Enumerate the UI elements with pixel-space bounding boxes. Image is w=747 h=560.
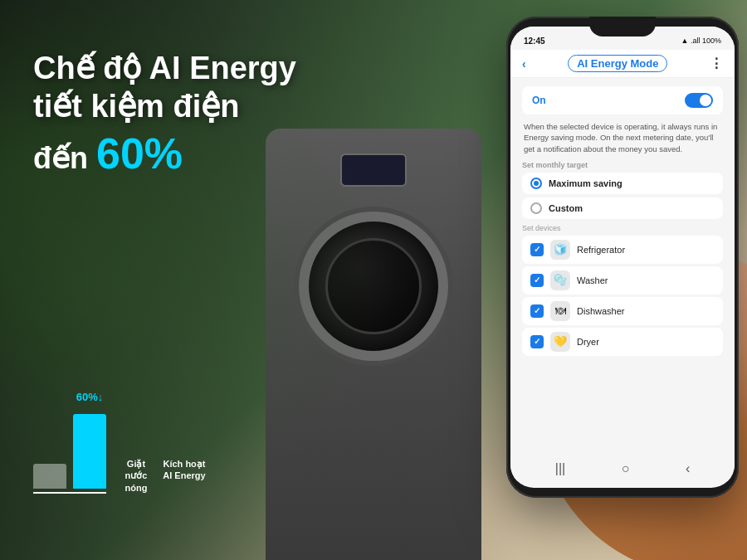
washer-door xyxy=(299,212,448,361)
app-body: On When the selected device is operating… xyxy=(510,78,735,367)
bar-active: 60%↓ xyxy=(73,414,106,489)
option-custom[interactable]: Custom xyxy=(522,197,723,219)
saving-line: đến 60% xyxy=(33,129,296,178)
check-refrigerator xyxy=(530,243,544,256)
label-washer: Washer xyxy=(577,275,608,285)
hero-text: Chế độ AI Energy tiết kiệm điện đến 60% xyxy=(33,50,296,178)
check-dryer xyxy=(530,335,544,348)
menu-button[interactable]: ⋮ xyxy=(710,56,723,71)
radio-custom xyxy=(530,202,542,214)
title-line2: tiết kiệm điện xyxy=(33,88,296,126)
phone-nav-bar: ||| ○ ‹ xyxy=(510,456,735,481)
nav-home-icon[interactable]: ○ xyxy=(622,461,630,476)
device-dryer[interactable]: 💛 Dryer xyxy=(522,328,723,356)
radio-max-saving xyxy=(530,178,542,189)
toggle-row: On xyxy=(522,86,723,114)
phone-device: 12:45 ▲ .all 100% ‹ AI Energy Mode ⋮ On … xyxy=(506,17,739,498)
device-dishwasher[interactable]: 🍽 Dishwasher xyxy=(522,297,723,325)
device-refrigerator[interactable]: 🧊 Refrigerator xyxy=(522,236,723,264)
monthly-target-label: Set monthly target xyxy=(522,161,723,169)
bar-normal xyxy=(33,464,66,489)
bar-chart: 60%↓ Giặt nước nóng Kích hoạt AI Energy xyxy=(33,394,206,494)
toggle-label: On xyxy=(532,95,546,106)
washing-machine xyxy=(266,129,481,560)
toggle-switch[interactable] xyxy=(685,93,713,108)
devices-section-label: Set devices xyxy=(522,224,723,232)
bar-label-top: 60%↓ xyxy=(76,391,104,403)
chart-bars: 60%↓ xyxy=(33,394,106,494)
label-refrigerator: Refrigerator xyxy=(577,245,625,255)
nav-back-icon[interactable]: ‹ xyxy=(686,461,690,476)
phone-screen: 12:45 ▲ .all 100% ‹ AI Energy Mode ⋮ On … xyxy=(510,27,735,488)
icon-washer: 🫧 xyxy=(550,270,570,290)
phone-notch xyxy=(589,17,656,37)
check-washer xyxy=(530,274,544,287)
chart-label-2: Kích hoạt AI Energy xyxy=(163,458,206,494)
icon-dryer: 💛 xyxy=(550,332,570,352)
option-max-saving[interactable]: Maximum saving xyxy=(522,173,723,194)
app-header: ‹ AI Energy Mode ⋮ xyxy=(510,50,735,78)
label-dishwasher: Dishwasher xyxy=(577,306,624,316)
device-washer[interactable]: 🫧 Washer xyxy=(522,266,723,295)
status-time: 12:45 xyxy=(524,37,545,46)
label-dryer: Dryer xyxy=(577,337,599,347)
saving-percent: 60% xyxy=(96,129,183,178)
icon-dishwasher: 🍽 xyxy=(550,301,570,321)
description-text: When the selected device is operating, i… xyxy=(522,121,723,154)
chart-label-1: Giặt nước nóng xyxy=(116,458,156,494)
title-line1: Chế độ AI Energy xyxy=(33,50,296,88)
back-button[interactable]: ‹ xyxy=(522,57,526,71)
option-max-saving-label: Maximum saving xyxy=(549,178,622,188)
phone-wrapper: 12:45 ▲ .all 100% ‹ AI Energy Mode ⋮ On … xyxy=(490,17,747,548)
status-icons: ▲ .all 100% xyxy=(681,37,721,45)
icon-refrigerator: 🧊 xyxy=(550,240,570,260)
nav-menu-icon[interactable]: ||| xyxy=(555,461,565,476)
radio-inner-filled xyxy=(534,181,539,186)
option-custom-label: Custom xyxy=(549,203,583,213)
washer-screen xyxy=(340,153,407,187)
check-dishwasher xyxy=(530,304,544,318)
app-title: AI Energy Mode xyxy=(568,55,667,72)
saving-prefix: đến xyxy=(33,141,96,175)
